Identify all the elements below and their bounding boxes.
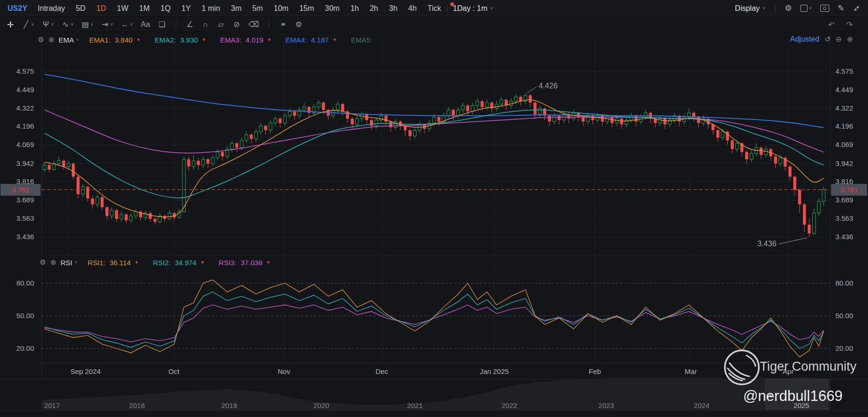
ema-label: EMA5: <box>351 36 372 44</box>
current-price-badge-left: 3.761 <box>0 184 41 196</box>
svg-text:2021: 2021 <box>407 401 422 409</box>
adjusted-controls: Adjusted ↺ ⊖ ⊕ <box>790 35 853 43</box>
rsi-item-3: RSI3:37.038▼ <box>219 259 270 267</box>
ema-label: EMA3: <box>220 36 241 44</box>
svg-text:Oct: Oct <box>168 367 180 375</box>
watermark-username: @nerdbull1669 <box>731 388 854 405</box>
current-price-badge-right: 3.761 <box>831 184 867 196</box>
svg-text:2018: 2018 <box>129 401 145 409</box>
chevron-down-icon: ˅ <box>77 37 79 42</box>
rsi-value: 34.974 <box>175 259 197 267</box>
chart-canvas[interactable]: 4.5754.5754.4494.4494.3224.3224.1964.196… <box>0 0 868 417</box>
svg-text:50.00: 50.00 <box>16 312 34 320</box>
svg-text:3.689: 3.689 <box>16 196 34 204</box>
svg-text:80.00: 80.00 <box>835 279 853 287</box>
svg-text:3.436: 3.436 <box>835 233 853 241</box>
ema-item-5: EMA5: <box>351 36 377 44</box>
svg-text:3.563: 3.563 <box>835 214 853 222</box>
ema-value: 3.930 <box>180 36 198 44</box>
adjusted-toggle[interactable]: Adjusted <box>790 35 819 43</box>
svg-text:Feb: Feb <box>589 367 601 375</box>
svg-text:4.449: 4.449 <box>835 86 853 94</box>
svg-text:3.689: 3.689 <box>835 196 853 204</box>
triangle-down-icon[interactable]: ▼ <box>266 260 270 265</box>
ema-item-2: EMA2:3.930▼ <box>155 36 206 44</box>
svg-text:2017: 2017 <box>44 401 60 409</box>
ema-label: EMA1: <box>89 36 111 44</box>
svg-text:3.563: 3.563 <box>16 214 34 222</box>
rsi-item-2: RSI2:34.974▼ <box>153 259 205 267</box>
svg-text:3.942: 3.942 <box>16 159 34 167</box>
triangle-down-icon[interactable]: ▼ <box>135 260 139 265</box>
ema-label: EMA2: <box>155 36 176 44</box>
ema-values-group: EMA1:3.840▼EMA2:3.930▼EMA3:4.019▼EMA4:4.… <box>89 36 391 44</box>
svg-text:Jan 2025: Jan 2025 <box>480 367 509 375</box>
zoom-in-icon[interactable]: ⊕ <box>847 35 853 43</box>
ema-value: 4.019 <box>246 36 264 44</box>
rsi-item-1: RSI1:36.114▼ <box>87 259 138 267</box>
rsi-indicator-label[interactable]: RSI <box>60 259 72 267</box>
triangle-down-icon[interactable]: ▼ <box>200 260 205 265</box>
rsi-legend: ⚙ ⊗ RSI ˅ RSI1:36.114▼RSI2:34.974▼RSI3:3… <box>40 258 284 267</box>
svg-text:Dec: Dec <box>376 367 388 375</box>
triangle-down-icon[interactable]: ▼ <box>136 37 140 42</box>
rsi-label: RSI1: <box>87 259 105 267</box>
rsi-value: 36.114 <box>110 259 131 267</box>
svg-text:3.942: 3.942 <box>835 159 853 167</box>
ema-indicator-label[interactable]: EMA <box>59 36 74 44</box>
trading-app: US2Y Intraday5D1D1W1M1Q1Y1 min3m5m10m15m… <box>0 0 868 417</box>
ema-item-4: EMA4:4.187▼ <box>285 36 336 44</box>
svg-text:4.196: 4.196 <box>835 122 853 130</box>
svg-text:2023: 2023 <box>598 401 614 409</box>
svg-text:2024: 2024 <box>694 401 709 409</box>
triangle-down-icon[interactable]: ▼ <box>267 37 271 42</box>
svg-text:Sep 2024: Sep 2024 <box>70 367 101 375</box>
rsi-close-icon[interactable]: ⊗ <box>50 258 56 267</box>
rsi-value: 37.038 <box>241 259 262 267</box>
ema-item-3: EMA3:4.019▼ <box>220 36 271 44</box>
svg-text:4.069: 4.069 <box>16 140 34 148</box>
rsi-values-group: RSI1:36.114▼RSI2:34.974▼RSI3:37.038▼ <box>87 259 284 267</box>
chevron-down-icon: ˅ <box>75 260 77 265</box>
reset-zoom-icon[interactable]: ↺ <box>825 35 831 43</box>
svg-text:2020: 2020 <box>313 401 329 409</box>
svg-text:3.436: 3.436 <box>16 233 34 241</box>
svg-text:4.322: 4.322 <box>16 104 34 112</box>
svg-text:4.449: 4.449 <box>16 86 34 94</box>
ema-label: EMA4: <box>285 36 307 44</box>
svg-text:2019: 2019 <box>221 401 237 409</box>
ema-item-1: EMA1:3.840▼ <box>89 36 140 44</box>
svg-text:Nov: Nov <box>278 367 291 375</box>
svg-text:2022: 2022 <box>501 401 517 409</box>
triangle-down-icon[interactable]: ▼ <box>202 37 206 42</box>
triangle-down-icon[interactable]: ▼ <box>333 37 337 42</box>
svg-text:4.322: 4.322 <box>835 104 853 112</box>
svg-text:Mar: Mar <box>685 367 697 375</box>
svg-text:20.00: 20.00 <box>16 344 34 352</box>
ema-legend: ⚙ ⊗ EMA ˅ EMA1:3.840▼EMA2:3.930▼EMA3:4.0… <box>38 35 391 44</box>
svg-text:80.00: 80.00 <box>16 279 34 287</box>
svg-text:3.436: 3.436 <box>757 240 776 248</box>
svg-text:50.00: 50.00 <box>835 312 853 320</box>
svg-text:4.196: 4.196 <box>16 122 34 130</box>
ema-value: 3.840 <box>115 36 133 44</box>
rsi-label: RSI2: <box>153 259 171 267</box>
rsi-settings-gear-icon[interactable]: ⚙ <box>40 258 46 267</box>
watermark-brand: Tiger Community <box>760 359 857 374</box>
ema-close-icon[interactable]: ⊗ <box>48 35 54 44</box>
svg-text:4.575: 4.575 <box>835 67 853 75</box>
ema-value: 4.187 <box>311 36 329 44</box>
svg-text:4.426: 4.426 <box>539 82 558 90</box>
svg-text:20.00: 20.00 <box>835 344 853 352</box>
zoom-out-icon[interactable]: ⊖ <box>836 35 842 43</box>
ema-settings-gear-icon[interactable]: ⚙ <box>38 35 44 44</box>
svg-text:4.575: 4.575 <box>16 67 34 75</box>
svg-text:4.069: 4.069 <box>835 140 853 148</box>
rsi-label: RSI3: <box>219 259 237 267</box>
